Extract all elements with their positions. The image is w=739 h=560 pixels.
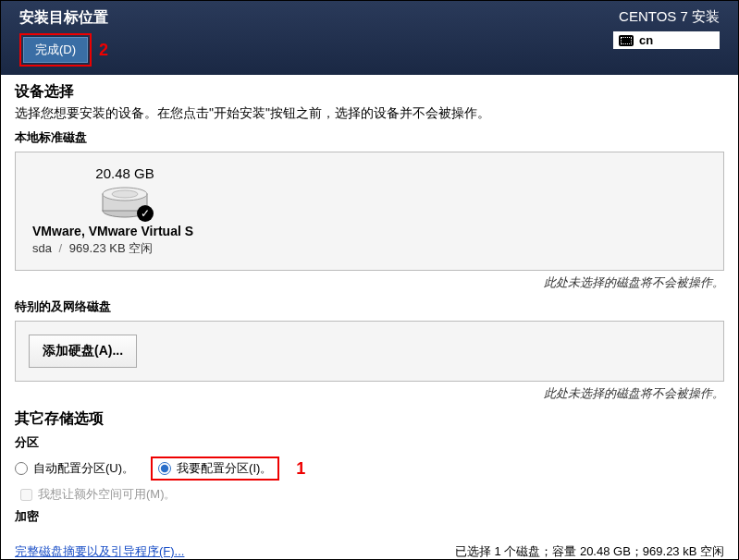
keyboard-layout-indicator[interactable]: cn [613, 31, 720, 49]
special-disks-panel: 添加硬盘(A)... [15, 321, 724, 382]
radio-manual-input[interactable] [158, 462, 171, 475]
svg-point-3 [112, 190, 138, 198]
radio-manual-partition[interactable]: 我要配置分区(I)。 [158, 460, 272, 477]
checkbox-extra-space: 我想让额外空间可用(M)。 [20, 486, 724, 503]
add-disk-button[interactable]: 添加硬盘(A)... [29, 335, 137, 368]
annotation-number-2: 2 [99, 41, 108, 60]
footer-summary: 已选择 1 个磁盘；容量 20.48 GB；969.23 kB 空闲 [455, 543, 724, 560]
storage-options-title: 其它存储选项 [15, 409, 724, 429]
device-selection-title: 设备选择 [15, 82, 724, 102]
disk-item[interactable]: 20.48 GB ✓ VMware, VMware Virtual S sda … [32, 165, 217, 257]
radio-auto-partition[interactable]: 自动配置分区(U)。 [15, 460, 134, 477]
disk-size: 20.48 GB [32, 165, 217, 181]
partition-heading: 分区 [15, 434, 724, 451]
special-disks-heading: 特别的及网络磁盘 [15, 298, 724, 315]
disk-summary-link[interactable]: 完整磁盘摘要以及引导程序(F)... [15, 543, 184, 560]
encrypt-heading: 加密 [15, 508, 724, 525]
checkbox-extra-space-label: 我想让额外空间可用(M)。 [38, 486, 177, 503]
annotation-partition-box: 我要配置分区(I)。 [151, 457, 279, 481]
disk-name: VMware, VMware Virtual S [32, 224, 217, 238]
disk-icon: ✓ [100, 185, 150, 218]
annotation-done-box: 完成(D) [19, 33, 92, 67]
local-disks-panel: 20.48 GB ✓ VMware, VMware Virtual S sda … [15, 152, 724, 271]
check-icon: ✓ [137, 205, 154, 222]
checkbox-extra-space-input [20, 489, 32, 501]
page-title: 安装目标位置 [19, 8, 108, 28]
radio-auto-label: 自动配置分区(U)。 [33, 460, 134, 477]
radio-auto-input[interactable] [15, 462, 28, 475]
footer: 完整磁盘摘要以及引导程序(F)... 已选择 1 个磁盘；容量 20.48 GB… [1, 538, 738, 560]
disk-free: sda / 969.23 KB 空闲 [32, 240, 217, 257]
device-selection-subtitle: 选择您想要安装的设备。在您点击"开始安装"按钮之前，选择的设备并不会被操作。 [15, 105, 724, 122]
distro-label: CENTOS 7 安装 [613, 8, 720, 26]
annotation-number-1: 1 [296, 459, 305, 479]
installer-header: 安装目标位置 完成(D) 2 CENTOS 7 安装 cn [1, 1, 738, 75]
disk-hint-2: 此处未选择的磁盘将不会被操作。 [15, 385, 724, 402]
local-disks-heading: 本地标准磁盘 [15, 129, 724, 146]
disk-hint-1: 此处未选择的磁盘将不会被操作。 [15, 274, 724, 291]
keyboard-icon [619, 35, 634, 46]
keyboard-lang: cn [639, 33, 653, 47]
done-button[interactable]: 完成(D) [23, 37, 88, 63]
radio-manual-label: 我要配置分区(I)。 [177, 460, 272, 477]
